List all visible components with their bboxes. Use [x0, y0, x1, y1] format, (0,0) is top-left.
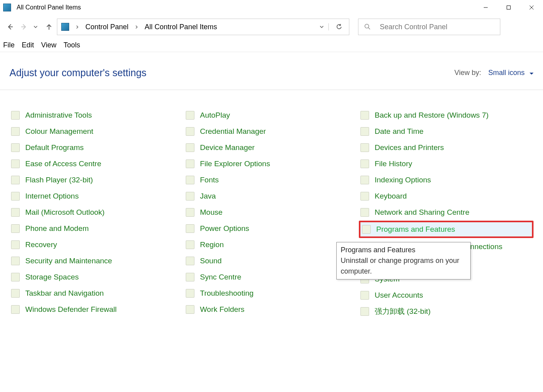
items-column: AutoPlayCredential ManagerDevice Manager… — [184, 110, 359, 317]
cp-item-sound[interactable]: Sound — [184, 255, 359, 266]
chevron-right-icon[interactable] — [135, 25, 138, 29]
up-button[interactable] — [45, 23, 53, 31]
control-panel-icon — [61, 23, 69, 31]
cp-item-label: Security and Maintenance — [25, 257, 112, 265]
viewby-value: Small icons — [488, 69, 525, 77]
cp-item-label: Internet Options — [25, 192, 79, 201]
maximize-button[interactable] — [497, 0, 520, 15]
cp-item-label: Flash Player (32-bit) — [25, 176, 93, 184]
cp-item-credential-manager[interactable]: Credential Manager — [184, 126, 359, 137]
cp-item-back-up-and-restore-windows-7[interactable]: Back up and Restore (Windows 7) — [359, 110, 534, 120]
breadcrumb: Control Panel All Control Panel Items — [75, 23, 218, 31]
cp-item-label: Mail (Microsoft Outlook) — [25, 208, 105, 217]
cp-item-devices-and-printers[interactable]: Devices and Printers — [359, 142, 534, 153]
tooltip: Programs and Features Uninstall or chang… — [336, 242, 471, 279]
back-button[interactable] — [6, 23, 14, 31]
forward-button[interactable] — [20, 23, 28, 31]
power-options-icon — [186, 224, 194, 233]
close-button[interactable] — [520, 0, 543, 15]
ease-of-access-centre-icon — [11, 159, 20, 168]
cp-item-work-folders[interactable]: Work Folders — [184, 304, 359, 315]
caret-down-icon — [530, 69, 534, 77]
storage-spaces-icon — [11, 273, 20, 281]
cp-item-32-bit[interactable]: 强力卸载 (32-bit) — [359, 306, 534, 317]
search-box[interactable] — [358, 19, 500, 35]
cp-item-phone-and-modem[interactable]: Phone and Modem — [9, 223, 184, 234]
address-history-button[interactable] — [315, 24, 328, 29]
breadcrumb-segment[interactable]: All Control Panel Items — [144, 23, 218, 31]
cp-item-internet-options[interactable]: Internet Options — [9, 191, 184, 201]
network-and-sharing-centre-icon — [360, 208, 369, 217]
user-accounts-icon — [360, 291, 369, 300]
chevron-right-icon[interactable] — [75, 25, 79, 29]
default-programs-icon — [11, 143, 20, 152]
cp-item-file-history[interactable]: File History — [359, 158, 534, 169]
page-header: Adjust your computer's settings View by:… — [0, 52, 543, 86]
colour-management-icon — [11, 127, 20, 136]
cp-item-ease-of-access-centre[interactable]: Ease of Access Centre — [9, 158, 184, 169]
menu-bar: File Edit View Tools — [0, 39, 543, 52]
cp-item-fonts[interactable]: Fonts — [184, 174, 359, 185]
cp-item-java[interactable]: Java — [184, 191, 359, 201]
recent-locations-button[interactable] — [33, 24, 38, 29]
items-grid: Administrative ToolsColour ManagementDef… — [0, 90, 543, 317]
cp-item-power-options[interactable]: Power Options — [184, 223, 359, 234]
menu-edit[interactable]: Edit — [22, 41, 34, 49]
fonts-icon — [186, 176, 194, 184]
cp-item-mail-microsoft-outlook[interactable]: Mail (Microsoft Outlook) — [9, 207, 184, 218]
cp-item-recovery[interactable]: Recovery — [9, 239, 184, 250]
flash-player-32-bit-icon — [11, 176, 20, 184]
sound-icon — [186, 257, 194, 265]
cp-item-label: Storage Spaces — [25, 273, 79, 281]
cp-item-default-programs[interactable]: Default Programs — [9, 142, 184, 153]
cp-item-windows-defender-firewall[interactable]: Windows Defender Firewall — [9, 304, 184, 315]
cp-item-label: 强力卸载 (32-bit) — [375, 306, 430, 317]
search-input[interactable] — [380, 23, 494, 31]
breadcrumb-segment[interactable]: Control Panel — [85, 23, 129, 31]
cp-item-keyboard[interactable]: Keyboard — [359, 191, 534, 201]
cp-item-sync-centre[interactable]: Sync Centre — [184, 272, 359, 282]
cp-item-label: Mouse — [200, 208, 222, 217]
refresh-button[interactable] — [328, 23, 349, 30]
cp-item-security-and-maintenance[interactable]: Security and Maintenance — [9, 255, 184, 266]
cp-item-label: Troubleshooting — [200, 289, 254, 298]
file-history-icon — [360, 159, 369, 168]
items-column: Administrative ToolsColour ManagementDef… — [9, 110, 184, 317]
cp-item-flash-player-32-bit[interactable]: Flash Player (32-bit) — [9, 174, 184, 185]
region-icon — [186, 240, 194, 249]
cp-item-region[interactable]: Region — [184, 239, 359, 250]
cp-item-label: Colour Management — [25, 127, 93, 136]
cp-item-programs-and-features[interactable]: Programs and Features — [359, 221, 534, 238]
cp-item-file-explorer-options[interactable]: File Explorer Options — [184, 158, 359, 169]
page-title: Adjust your computer's settings — [9, 67, 454, 79]
cp-item-date-and-time[interactable]: Date and Time — [359, 126, 534, 137]
cp-item-label: Phone and Modem — [25, 224, 89, 233]
cp-item-administrative-tools[interactable]: Administrative Tools — [9, 110, 184, 120]
minimize-button[interactable] — [474, 0, 497, 15]
cp-item-colour-management[interactable]: Colour Management — [9, 126, 184, 137]
items-column: Back up and Restore (Windows 7)Date and … — [359, 110, 534, 317]
cp-item-mouse[interactable]: Mouse — [184, 207, 359, 218]
cp-item-troubleshooting[interactable]: Troubleshooting — [184, 288, 359, 298]
cp-item-label: Device Manager — [200, 143, 255, 152]
cp-item-device-manager[interactable]: Device Manager — [184, 142, 359, 153]
cp-item-autoplay[interactable]: AutoPlay — [184, 110, 359, 120]
cp-item-storage-spaces[interactable]: Storage Spaces — [9, 272, 184, 282]
menu-file[interactable]: File — [3, 41, 15, 49]
device-manager-icon — [186, 143, 194, 152]
menu-tools[interactable]: Tools — [64, 41, 80, 49]
menu-view[interactable]: View — [41, 41, 57, 49]
cp-item-label: Fonts — [200, 176, 219, 184]
address-bar[interactable]: Control Panel All Control Panel Items — [57, 19, 349, 35]
recovery-icon — [11, 240, 20, 249]
viewby-dropdown[interactable]: Small icons — [488, 69, 534, 77]
work-folders-icon — [186, 305, 194, 314]
indexing-options-icon — [360, 176, 369, 184]
cp-item-network-and-sharing-centre[interactable]: Network and Sharing Centre — [359, 207, 534, 218]
cp-item-indexing-options[interactable]: Indexing Options — [359, 174, 534, 185]
cp-item-label: File History — [375, 159, 412, 168]
tooltip-title: Programs and Features — [341, 245, 466, 255]
cp-item-user-accounts[interactable]: User Accounts — [359, 290, 534, 300]
cp-item-taskbar-and-navigation[interactable]: Taskbar and Navigation — [9, 288, 184, 298]
cp-item-label: Devices and Printers — [375, 143, 444, 152]
